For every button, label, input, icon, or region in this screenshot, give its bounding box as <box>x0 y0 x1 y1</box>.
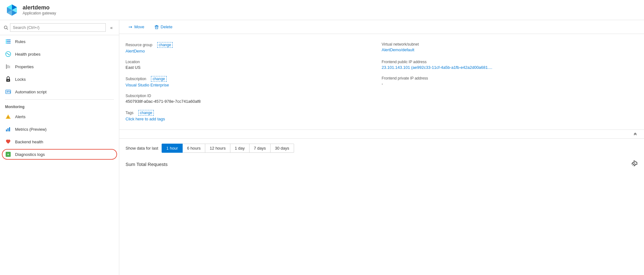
properties-icon <box>5 63 11 70</box>
svg-point-8 <box>4 26 7 29</box>
sum-total-section: Sum Total Requests <box>119 158 644 171</box>
svg-point-21 <box>8 80 9 81</box>
frontend-private-ip-value: - <box>382 81 633 86</box>
diagnostics-logs-icon: + <box>5 151 11 157</box>
resource-group-value[interactable]: AlertDemo <box>126 49 377 53</box>
sidebar-search-container: « <box>0 20 119 35</box>
collapse-button[interactable] <box>633 131 638 137</box>
sidebar-item-metrics[interactable]: Metrics (Preview) <box>0 123 119 135</box>
sidebar-item-automation-script-label: Automation script <box>15 90 46 94</box>
metrics-icon <box>5 126 11 132</box>
delete-icon <box>154 25 159 29</box>
sidebar: « Rules <box>0 20 119 275</box>
frontend-public-ip-label: Frontend public IP address <box>382 60 633 64</box>
sidebar-item-rules-label: Rules <box>15 39 25 44</box>
frontend-public-ip-value[interactable]: 23.101.143.101 (ae992c33-11cf-4a5b-a1fb-… <box>382 65 633 70</box>
tags-add-link[interactable]: Click here to add tags <box>126 117 377 121</box>
automation-icon <box>5 89 11 95</box>
app-logo <box>5 3 19 17</box>
svg-text:+: + <box>7 152 9 156</box>
info-grid: Resource group change AlertDemo Virtual … <box>119 34 644 130</box>
sidebar-item-locks-label: Locks <box>15 77 26 82</box>
svg-point-15 <box>6 42 7 44</box>
resource-group-cell: Resource group change AlertDemo <box>126 39 382 57</box>
search-icon <box>4 25 8 30</box>
move-button[interactable]: Move <box>126 23 147 30</box>
sidebar-item-metrics-label: Metrics (Preview) <box>15 127 46 132</box>
frontend-private-ip-cell: Frontend private IP address - <box>382 73 638 91</box>
vnet-value[interactable]: AlertDemo/default <box>382 47 633 52</box>
svg-rect-35 <box>156 25 158 26</box>
backend-health-icon <box>5 139 11 145</box>
locks-icon <box>5 76 11 82</box>
time-btn-30days[interactable]: 30 days <box>270 144 294 153</box>
tags-change-link[interactable]: change <box>138 110 154 116</box>
resource-group-label: Resource group change <box>126 42 377 48</box>
time-filter-section: Show data for last 1 hour 6 hours 12 hou… <box>119 139 644 158</box>
svg-rect-28 <box>8 128 8 131</box>
frontend-public-ip-cell: Frontend public IP address 23.101.143.10… <box>382 57 638 73</box>
time-btn-1day[interactable]: 1 day <box>230 144 250 153</box>
sidebar-item-diagnostics-logs[interactable]: + Diagnostics logs <box>0 148 119 161</box>
svg-rect-29 <box>9 127 10 131</box>
svg-line-9 <box>7 28 8 30</box>
svg-line-38 <box>632 164 634 166</box>
content-area: Move Delete Resource group <box>119 20 644 275</box>
subscription-id-label: Subscription ID <box>126 94 377 98</box>
sidebar-divider <box>5 99 114 100</box>
time-btn-1hour[interactable]: 1 hour <box>162 144 183 153</box>
svg-rect-18 <box>8 65 8 68</box>
pin-icon[interactable] <box>631 160 638 168</box>
time-btn-7days[interactable]: 7 days <box>249 144 271 153</box>
svg-rect-27 <box>6 129 7 131</box>
main-layout: « Rules <box>0 20 644 275</box>
sidebar-item-automation-script[interactable]: Automation script <box>0 85 119 98</box>
location-cell: Location East US <box>126 57 382 73</box>
location-label: Location <box>126 60 377 64</box>
frontend-private-ip-label: Frontend private IP address <box>382 76 633 80</box>
subscription-value[interactable]: Visual Studio Enterprise <box>126 83 377 87</box>
sidebar-item-properties-label: Properties <box>15 64 34 69</box>
sidebar-item-rules[interactable]: Rules <box>0 35 119 48</box>
tags-cell: Tags change Click here to add tags <box>126 107 382 124</box>
svg-point-14 <box>6 41 7 42</box>
sidebar-collapse-button[interactable]: « <box>108 24 115 31</box>
svg-rect-34 <box>155 26 158 26</box>
monitoring-section-header: Monitoring <box>0 101 119 110</box>
subscription-change-link[interactable]: change <box>151 76 166 82</box>
subscription-label: Subscription change <box>126 76 377 82</box>
sidebar-item-properties[interactable]: Properties <box>0 60 119 73</box>
delete-button[interactable]: Delete <box>152 23 175 30</box>
svg-text:!: ! <box>8 116 8 119</box>
time-filter-label: Show data for last <box>126 146 158 151</box>
svg-point-13 <box>6 39 7 41</box>
app-title-group: alertdemo Application gateway <box>23 4 56 15</box>
svg-rect-19 <box>9 66 10 68</box>
sum-total-title: Sum Total Requests <box>126 162 168 167</box>
resource-group-change-link[interactable]: change <box>157 42 173 48</box>
vnet-label: Virtual network/subnet <box>382 42 633 47</box>
sidebar-item-backend-health[interactable]: Backend health <box>0 135 119 148</box>
sidebar-item-health-probes-label: Health probes <box>15 52 40 57</box>
tags-label: Tags change <box>126 110 377 116</box>
sidebar-item-health-probes[interactable]: Health probes <box>0 48 119 60</box>
collapse-chevron-icon <box>633 131 638 136</box>
sidebar-item-locks[interactable]: Locks <box>0 73 119 85</box>
svg-rect-17 <box>6 64 7 69</box>
time-btn-12hours[interactable]: 12 hours <box>205 144 230 153</box>
search-input[interactable] <box>10 23 106 32</box>
alerts-icon: ! <box>5 113 11 120</box>
health-probes-icon <box>5 51 11 57</box>
time-btn-6hours[interactable]: 6 hours <box>182 144 205 153</box>
vnet-cell: Virtual network/subnet AlertDemo/default <box>382 39 638 57</box>
collapse-section <box>119 130 644 139</box>
subscription-cell: Subscription change Visual Studio Enterp… <box>126 73 382 91</box>
delete-label: Delete <box>161 25 173 29</box>
subscription-id-value: 4507938f-a0ac-4571-978e-7cc741a60af8 <box>126 99 377 104</box>
sidebar-item-diagnostics-logs-label: Diagnostics logs <box>15 152 45 157</box>
sidebar-item-alerts[interactable]: ! Alerts <box>0 110 119 123</box>
location-value: East US <box>126 65 377 70</box>
subscription-id-cell: Subscription ID 4507938f-a0ac-4571-978e-… <box>126 91 382 107</box>
app-subtitle: Application gateway <box>23 11 56 15</box>
move-label: Move <box>134 25 144 29</box>
